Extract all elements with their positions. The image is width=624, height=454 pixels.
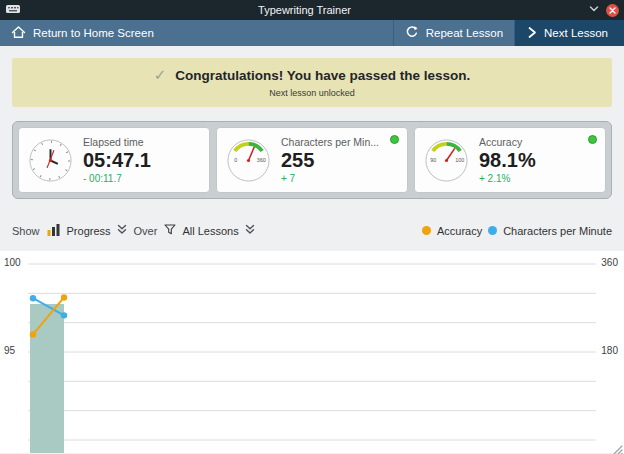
progress-selector[interactable]: Progress	[47, 223, 127, 238]
characters-per-minute-card: 0 360 Characters per Min... 255 + 7	[216, 127, 408, 193]
right-axis-tick: 180	[601, 345, 618, 356]
chevron-down-icon[interactable]	[588, 3, 600, 17]
resize-grip-icon[interactable]	[611, 441, 623, 453]
over-label: Over	[134, 225, 158, 237]
status-dot	[390, 135, 399, 144]
svg-text:90: 90	[430, 157, 436, 163]
cpm-legend-label: Characters per Minute	[503, 225, 612, 237]
svg-text:100: 100	[455, 157, 464, 163]
app-keyboard-icon	[5, 2, 21, 18]
stat-value: 255	[281, 148, 379, 172]
accuracy-legend-dot	[422, 226, 431, 235]
progress-chart-canvas	[0, 251, 624, 453]
progress-selector-label: Progress	[67, 225, 111, 237]
lessons-filter-selector[interactable]: All Lessons	[164, 224, 254, 237]
check-icon: ✓	[154, 66, 167, 84]
left-axis-tick: 100	[4, 257, 21, 268]
accuracy-card: 90 100 Accuracy 98.1% + 2.1%	[414, 127, 606, 193]
left-axis-tick: 95	[4, 345, 15, 356]
next-lesson-label: Next Lesson	[544, 27, 608, 39]
stat-delta: + 2.1%	[479, 173, 536, 184]
elapsed-time-card: Elapsed time 05:47.1 - 00:11.7	[18, 127, 210, 193]
toolbar-spacer	[165, 20, 393, 46]
stat-label: Accuracy	[479, 136, 536, 148]
funnel-icon	[164, 224, 176, 237]
right-axis-tick: 360	[601, 257, 618, 268]
return-home-label: Return to Home Screen	[33, 27, 154, 39]
repeat-lesson-label: Repeat Lesson	[426, 27, 503, 39]
refresh-icon	[405, 25, 419, 41]
stat-delta: - 00:11.7	[83, 173, 151, 184]
stat-value: 98.1%	[479, 148, 536, 172]
stat-value: 05:47.1	[83, 148, 151, 172]
home-icon	[11, 25, 26, 41]
progress-chart: 100 95 360 180	[0, 251, 624, 453]
toolbar: Return to Home Screen Repeat Lesson Next…	[0, 20, 624, 46]
chart-legend: Accuracy Characters per Minute	[422, 225, 612, 237]
stat-delta: + 7	[281, 173, 379, 184]
congratulations-banner: ✓ Congratulations! You have passed the l…	[12, 58, 612, 107]
progress-chart-icon	[47, 223, 61, 238]
titlebar: Typewriting Trainer	[0, 0, 624, 20]
next-lesson-button[interactable]: Next Lesson	[515, 20, 624, 46]
filter-bar: Show Progress Over All Lessons	[12, 223, 612, 238]
window-title: Typewriting Trainer	[21, 4, 588, 16]
double-chevron-down-icon	[245, 224, 255, 237]
status-dot	[588, 135, 597, 144]
repeat-lesson-button[interactable]: Repeat Lesson	[393, 20, 515, 46]
svg-text:360: 360	[257, 157, 266, 163]
chevron-right-icon	[527, 26, 537, 41]
cpm-legend-dot	[488, 226, 497, 235]
close-button[interactable]	[606, 4, 619, 17]
accuracy-gauge-icon: 90 100	[423, 137, 470, 184]
accuracy-legend-label: Accuracy	[437, 225, 482, 237]
clock-icon	[27, 137, 74, 184]
svg-text:0: 0	[234, 157, 237, 163]
double-chevron-down-icon	[117, 224, 127, 237]
stat-label: Elapsed time	[83, 136, 151, 148]
banner-title: Congratulations! You have passed the les…	[175, 68, 470, 83]
lessons-filter-label: All Lessons	[182, 225, 238, 237]
banner-subtitle: Next lesson unlocked	[18, 88, 606, 98]
stat-label: Characters per Min...	[281, 136, 379, 148]
speed-gauge-icon: 0 360	[225, 137, 272, 184]
show-label: Show	[12, 225, 40, 237]
stats-panel: Elapsed time 05:47.1 - 00:11.7 0 360 Cha…	[12, 121, 612, 199]
return-home-button[interactable]: Return to Home Screen	[0, 20, 165, 46]
